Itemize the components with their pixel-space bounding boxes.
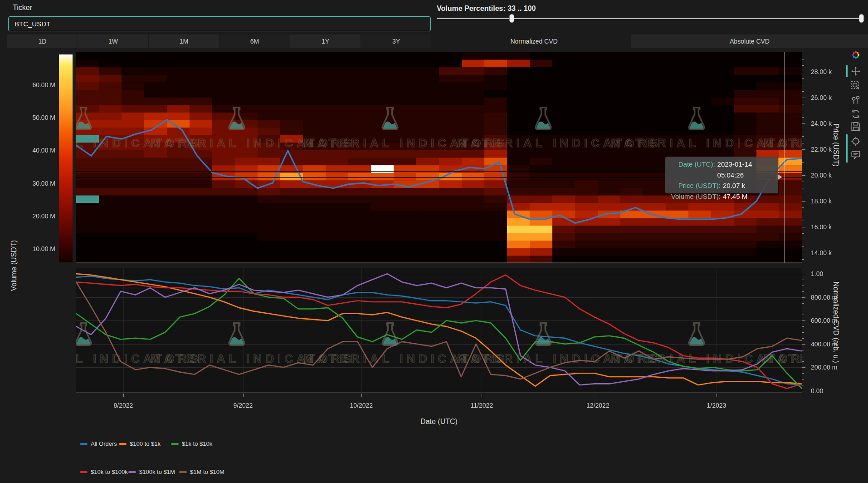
axis-tick: [802, 136, 804, 137]
axis-tick: [802, 320, 805, 321]
colorbar-tick-label: 40.00 M: [32, 147, 55, 154]
colorbar-tick-label: 30.00 M: [32, 180, 55, 187]
date-tick-label: 9/2022: [234, 402, 253, 409]
volume-percentiles-slider[interactable]: [437, 18, 864, 19]
download-plot-icon[interactable]: [851, 122, 861, 132]
compare-hover-tool-icon[interactable]: [851, 95, 861, 105]
axis-tick: [802, 91, 804, 92]
timeframe-button-1m[interactable]: 1M: [149, 34, 219, 48]
toggle-crosshair-icon[interactable]: [851, 136, 861, 146]
legend-label: $10k to $100k: [91, 468, 128, 475]
axis-tick: [802, 338, 804, 339]
legend-swatch: [80, 471, 88, 473]
date-tick-label: 1/2023: [707, 402, 727, 409]
legend-item-100-1k[interactable]: $100 to $1k: [119, 440, 161, 447]
legend-item-100k-1m[interactable]: $100k to $1M: [128, 468, 175, 475]
axis-tick: [802, 280, 804, 280]
axis-tick: [802, 85, 804, 85]
ticker-input[interactable]: [8, 16, 431, 31]
price-axis-title: Price (USDT): [832, 123, 840, 167]
axis-tick: [802, 201, 805, 202]
cvd-canvas[interactable]: [76, 268, 802, 393]
price-tick-label: 18.00 k: [811, 197, 832, 205]
pan-tool-icon[interactable]: [851, 66, 861, 76]
slider-handle-low[interactable]: [509, 14, 514, 23]
date-axis-title: Date (UTC): [420, 418, 458, 426]
slider-handle-high[interactable]: [859, 14, 864, 23]
legend-item-1k-10k[interactable]: $1k to $10k: [171, 440, 212, 447]
legend-swatch: [119, 443, 127, 445]
tooltip-price-label: Price (USDT):: [668, 180, 721, 191]
legend-label: $100k to $1M: [139, 468, 175, 475]
timeframe-button-group: 1D 1W 1M 6M 1Y 3Y: [7, 34, 432, 48]
axis-tick: [802, 195, 804, 195]
legend-label: All Orders: [91, 440, 117, 447]
axis-tick: [802, 286, 804, 286]
hover-tooltip: Date (UTC):2023-01-14 05:04:26 Price (US…: [665, 157, 778, 193]
legend-swatch: [80, 443, 88, 445]
modebar-accent-bar: [846, 134, 848, 163]
price-tick-label: 26.00 k: [811, 94, 832, 101]
axis-tick: [802, 246, 804, 247]
price-tick-label: 28.00 k: [811, 68, 832, 75]
reset-axes-icon[interactable]: [851, 109, 861, 119]
axis-tick: [802, 259, 804, 260]
axis-tick: [802, 379, 804, 380]
axis-tick: [802, 361, 804, 362]
price-tick-label: 20.00 k: [811, 172, 832, 179]
legend-item-10k-100k[interactable]: $10k to $100k: [80, 468, 128, 475]
axis-tick: [802, 207, 804, 208]
axis-tick: [802, 98, 805, 98]
axis-tick: [802, 104, 804, 104]
colorbar-tick-label: 10.00 M: [32, 245, 55, 252]
axis-tick: [802, 227, 805, 227]
price-tick-label: 14.00 k: [811, 249, 832, 256]
axis-tick: [802, 214, 804, 214]
cvd-axis-title: Normalized CVD (arb. u.): [832, 281, 840, 363]
axis-tick: [802, 268, 804, 268]
timeframe-button-6m[interactable]: 6M: [219, 34, 290, 48]
axis-tick: [802, 274, 805, 274]
axis-tick: [802, 385, 804, 385]
tooltip-date-label: Date (UTC):: [668, 159, 715, 180]
timeframe-button-1w[interactable]: 1W: [78, 34, 148, 48]
firecharts-dashboard: Ticker Volume Percentiles: 33 .. 100 1D …: [0, 0, 868, 483]
legend-swatch: [128, 471, 136, 473]
axis-tick: [802, 233, 804, 234]
axis-tick: [802, 149, 805, 150]
timeframe-button-1y[interactable]: 1Y: [290, 34, 361, 48]
axis-tick: [802, 309, 804, 309]
legend-item-1m-10m[interactable]: $1M to $10M: [179, 468, 224, 475]
legend-label: $100 to $1k: [130, 440, 161, 447]
cvd-tick-label: 200.00 m: [811, 364, 837, 371]
date-tick-label: 12/2022: [586, 402, 610, 409]
tab-normalized-cvd[interactable]: Normalized CVD: [437, 34, 631, 48]
axis-tick: [802, 253, 805, 253]
axis-tick: [802, 188, 804, 188]
legend-item-all-orders[interactable]: All Orders: [80, 440, 117, 447]
colorbar-tick-label: 60.00 M: [32, 81, 55, 89]
legend-label: $1k to $10k: [182, 440, 212, 447]
colorbar-title: Volume (USDT): [10, 240, 18, 291]
modebar-accent-bar: [846, 65, 848, 77]
timeframe-button-1d[interactable]: 1D: [7, 34, 78, 48]
plotly-logo-icon[interactable]: [851, 50, 861, 60]
axis-tick: [802, 72, 805, 72]
price-tick-label: 16.00 k: [811, 223, 832, 231]
axis-tick: [802, 117, 804, 118]
axis-tick: [802, 240, 804, 240]
axis-tick: [802, 65, 804, 66]
axis-tick: [802, 291, 804, 292]
axis-tick: [802, 373, 804, 374]
axis-tick: [802, 143, 804, 143]
tab-absolute-cvd[interactable]: Absolute CVD: [631, 34, 868, 48]
box-zoom-tool-icon[interactable]: [851, 81, 861, 91]
timeframe-button-3y[interactable]: 3Y: [361, 34, 431, 48]
axis-tick: [802, 356, 804, 356]
axis-tick: [802, 221, 804, 221]
cvd-tab-group: Normalized CVD Absolute CVD: [437, 34, 868, 48]
axis-tick: [802, 326, 804, 327]
cvd-tick-label: 0.00: [811, 387, 823, 394]
toggle-hover-tooltip-icon[interactable]: [851, 150, 861, 160]
axis-tick: [802, 175, 805, 176]
